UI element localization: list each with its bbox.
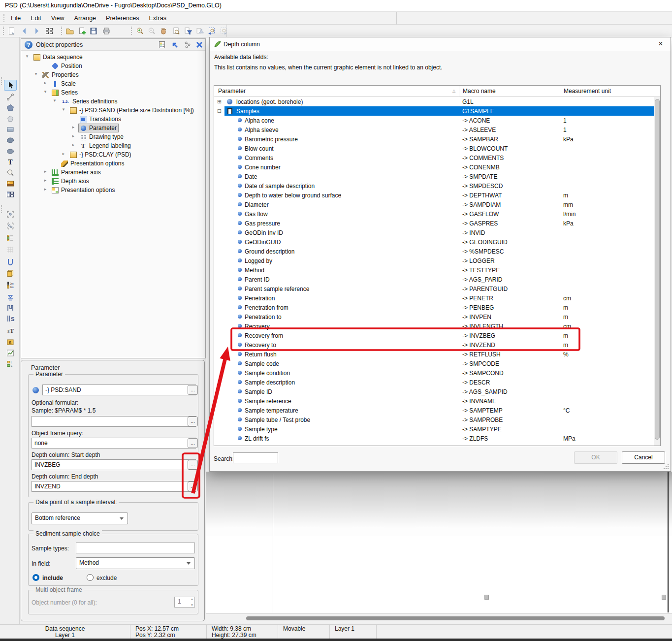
start-depth-input[interactable] bbox=[32, 459, 196, 470]
grid-tool[interactable] bbox=[4, 244, 17, 255]
tree-item-depth-axis[interactable]: ▸Depth axis bbox=[21, 177, 205, 186]
table-row[interactable]: Penetration from-> PENBEGm bbox=[214, 303, 654, 312]
legend-text-tool[interactable]: $T bbox=[4, 325, 17, 336]
tree-item-psd-sand-particle-size-distribution[interactable]: ▾-} PSD:SAND (Particle size Distribution… bbox=[21, 106, 205, 115]
zoom-selection-icon[interactable] bbox=[206, 26, 217, 36]
parameter-input[interactable] bbox=[42, 385, 196, 395]
toolbar-grip[interactable] bbox=[1, 77, 2, 85]
table-row[interactable]: Sample condition-> SAMPCOND bbox=[214, 368, 654, 378]
object-number-spinner[interactable]: 1 bbox=[174, 597, 195, 608]
menu-extras[interactable]: Extras bbox=[144, 13, 171, 24]
datapoint-select[interactable]: Bottom reference bbox=[32, 513, 128, 524]
tree-item-parameter-axis[interactable]: ▸Parameter axis bbox=[21, 168, 205, 177]
filter-remove-icon[interactable] bbox=[194, 26, 205, 36]
table-row[interactable]: Return flush-> RETFLUSH% bbox=[214, 350, 654, 359]
table-row[interactable]: Sample temperature-> SAMPTEMP°C bbox=[214, 406, 654, 415]
tree-item-position[interactable]: Position bbox=[21, 62, 205, 70]
section-hatch-tool[interactable]: S bbox=[4, 313, 17, 324]
table-row[interactable]: GeODinGUID-> GEODINGUID bbox=[214, 237, 654, 247]
open-folder-icon[interactable] bbox=[64, 26, 75, 36]
profile-column-tool[interactable] bbox=[4, 302, 17, 313]
object-frame-query-browse-button[interactable]: ... bbox=[188, 438, 198, 448]
menu-preferences[interactable]: Preferences bbox=[101, 13, 144, 24]
print-icon[interactable] bbox=[100, 26, 112, 36]
table-row[interactable]: Recovery from-> INVZBEGm bbox=[214, 331, 654, 340]
depth-scale-tool[interactable]: 2m4m bbox=[4, 280, 17, 290]
collapse-icon[interactable]: ⊟ bbox=[217, 108, 222, 114]
currency-image-tool[interactable]: $ bbox=[4, 337, 17, 348]
scrollbar-thumb[interactable] bbox=[655, 99, 660, 440]
text-tool[interactable]: T bbox=[4, 157, 17, 167]
dialog-title-bar[interactable]: Depth column × bbox=[210, 37, 671, 51]
horizontal-scrollbar[interactable] bbox=[206, 613, 672, 622]
print-preview-icon[interactable] bbox=[170, 26, 182, 36]
polygon-alt-tool[interactable] bbox=[4, 113, 17, 124]
table-row[interactable]: Penetration-> PENETRcm bbox=[214, 293, 654, 303]
table-row[interactable]: Date of sample description-> SMPDESCD bbox=[214, 181, 654, 191]
chevron-right-icon[interactable]: ▸ bbox=[70, 133, 76, 138]
polygon-tool[interactable] bbox=[4, 102, 17, 113]
cancel-button[interactable]: Cancel bbox=[622, 451, 665, 464]
table-row[interactable]: Method-> TESTTYPE bbox=[214, 265, 654, 275]
new-file-icon[interactable] bbox=[76, 26, 87, 36]
table-row[interactable]: Recovery-> INVLENGTHcm bbox=[214, 321, 654, 331]
toolbar-grip[interactable] bbox=[3, 27, 4, 35]
menu-view[interactable]: View bbox=[46, 13, 69, 24]
start-depth-browse-button[interactable]: ... bbox=[188, 460, 198, 470]
link-nodes-icon[interactable] bbox=[183, 40, 192, 49]
table-row[interactable]: ⊞locations (geot. borehole)G1L bbox=[214, 97, 654, 106]
table-row[interactable]: Sample type-> SAMPTYPE bbox=[214, 424, 654, 434]
selection-handle[interactable] bbox=[662, 595, 666, 600]
menu-file[interactable]: File bbox=[6, 13, 26, 24]
table-row[interactable]: Barometric pressure-> SAMPBARkPa bbox=[214, 134, 654, 144]
scrollbar-thumb[interactable] bbox=[246, 616, 665, 620]
table-row[interactable]: Parent ID-> AGS_PARID bbox=[214, 275, 654, 284]
formular-input[interactable] bbox=[32, 416, 196, 427]
table-row[interactable]: Cone number-> CONENMB bbox=[214, 162, 654, 172]
formular-browse-button[interactable]: ... bbox=[188, 417, 198, 426]
column-separator[interactable] bbox=[560, 86, 560, 97]
table-row[interactable]: ZL drift qc-> ZLDQCMPa bbox=[214, 443, 654, 446]
end-depth-browse-button[interactable]: ... bbox=[188, 481, 198, 491]
include-radio[interactable] bbox=[32, 574, 39, 581]
table-row[interactable]: Ground description-> %SMPDESC bbox=[214, 247, 654, 256]
toolbar-grip[interactable] bbox=[131, 27, 132, 35]
ellipse-alt-tool[interactable] bbox=[4, 146, 17, 157]
zoom-extent-icon[interactable] bbox=[218, 26, 229, 36]
chevron-right-icon[interactable]: ▸ bbox=[42, 178, 48, 183]
select-multiple-tool[interactable] bbox=[4, 221, 17, 231]
tree-item-legend-labeling[interactable]: ▸TLegend labeling bbox=[21, 141, 205, 150]
new-page-icon[interactable] bbox=[6, 26, 17, 36]
layout-tool[interactable] bbox=[4, 189, 17, 200]
exclude-radio[interactable] bbox=[87, 574, 94, 581]
menu-arrange[interactable]: Arrange bbox=[69, 13, 101, 24]
table-row[interactable]: GeODin Inv ID-> INVID bbox=[214, 228, 654, 237]
window-layout-icon[interactable] bbox=[43, 26, 55, 36]
property-list-icon[interactable] bbox=[157, 40, 167, 49]
pan-hand-icon[interactable] bbox=[158, 26, 169, 36]
resize-grip[interactable] bbox=[664, 464, 669, 469]
nav-forward-icon[interactable] bbox=[31, 26, 42, 36]
menu-edit[interactable]: Edit bbox=[26, 13, 46, 24]
chevron-right-icon[interactable]: ▸ bbox=[42, 169, 48, 174]
table-row[interactable]: Diameter-> SAMPDIAMmm bbox=[214, 200, 654, 209]
rectangle-tool[interactable] bbox=[4, 124, 17, 135]
filter-icon[interactable] bbox=[182, 26, 193, 36]
chevron-down-icon[interactable]: ▾ bbox=[61, 107, 66, 112]
column-header-macro-name[interactable]: Macro name bbox=[463, 88, 496, 95]
close-icon[interactable] bbox=[194, 40, 204, 49]
sample-types-input[interactable] bbox=[76, 543, 195, 553]
tree-item-series[interactable]: ▾Series bbox=[21, 88, 205, 97]
chevron-down-icon[interactable]: ▾ bbox=[52, 98, 58, 103]
save-icon[interactable] bbox=[88, 26, 99, 36]
tree-item-series-definitions[interactable]: ▾1.2.Series definitions bbox=[21, 97, 205, 106]
table-row[interactable]: Recovery to-> INVZENDm bbox=[214, 340, 654, 350]
chevron-right-icon[interactable]: ▸ bbox=[42, 187, 48, 192]
table-row[interactable]: Sample code-> SMPCODE bbox=[214, 359, 654, 368]
table-row[interactable]: Comments-> COMMENTS bbox=[214, 153, 654, 162]
tree-item-presentation-options[interactable]: Presentation options bbox=[21, 159, 205, 168]
search-input[interactable] bbox=[233, 452, 278, 463]
tree-item-data-sequence[interactable]: ▾Data sequence bbox=[21, 53, 205, 62]
apply-arrow-icon[interactable] bbox=[170, 40, 180, 49]
table-row[interactable]: Parent sample reference-> PARENTGUID bbox=[214, 284, 654, 293]
